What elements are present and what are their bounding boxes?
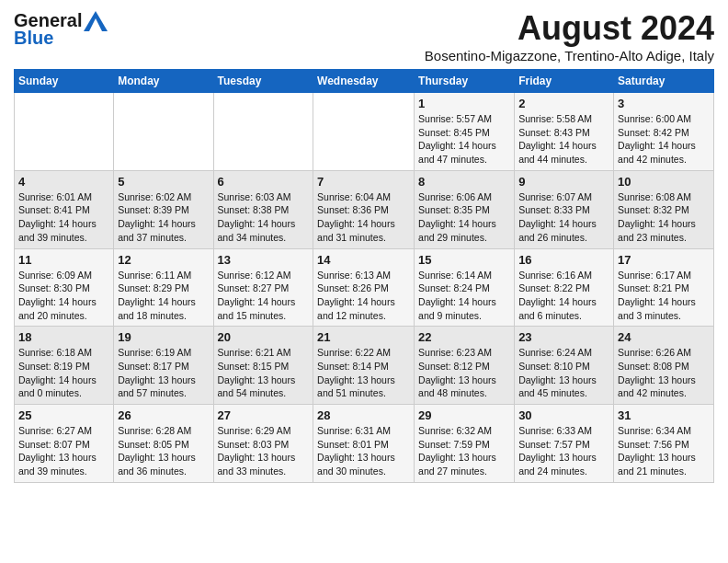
day-info: Sunrise: 6:19 AM Sunset: 8:17 PM Dayligh… (118, 347, 196, 398)
day-number: 1 (418, 97, 510, 110)
col-monday: Monday (114, 70, 213, 93)
day-number: 29 (418, 408, 510, 422)
day-number: 19 (118, 330, 209, 344)
table-row (313, 93, 415, 171)
day-info: Sunrise: 6:14 AM Sunset: 8:24 PM Dayligh… (418, 270, 496, 321)
calendar-week-row: 25Sunrise: 6:27 AM Sunset: 8:07 PM Dayli… (15, 405, 714, 483)
day-info: Sunrise: 6:24 AM Sunset: 8:10 PM Dayligh… (518, 347, 597, 398)
day-info: Sunrise: 5:58 AM Sunset: 8:43 PM Dayligh… (518, 113, 597, 165)
col-friday: Friday (515, 70, 614, 93)
day-number: 12 (118, 253, 209, 267)
table-row: 22Sunrise: 6:23 AM Sunset: 8:12 PM Dayli… (415, 327, 515, 405)
logo: General Blue (14, 9, 108, 49)
day-info: Sunrise: 6:31 AM Sunset: 8:01 PM Dayligh… (317, 425, 395, 477)
table-row: 4Sunrise: 6:01 AM Sunset: 8:41 PM Daylig… (15, 170, 114, 248)
day-number: 25 (18, 408, 109, 422)
day-info: Sunrise: 6:18 AM Sunset: 8:19 PM Dayligh… (18, 347, 97, 398)
day-number: 11 (18, 253, 109, 267)
day-info: Sunrise: 6:16 AM Sunset: 8:22 PM Dayligh… (518, 270, 597, 321)
table-row: 18Sunrise: 6:18 AM Sunset: 8:19 PM Dayli… (15, 327, 114, 405)
day-info: Sunrise: 5:57 AM Sunset: 8:45 PM Dayligh… (418, 113, 496, 165)
day-number: 26 (118, 408, 209, 422)
table-row: 16Sunrise: 6:16 AM Sunset: 8:22 PM Dayli… (515, 248, 614, 327)
table-row: 10Sunrise: 6:08 AM Sunset: 8:32 PM Dayli… (614, 170, 714, 248)
calendar-week-row: 4Sunrise: 6:01 AM Sunset: 8:41 PM Daylig… (15, 170, 714, 248)
day-number: 3 (618, 97, 710, 110)
table-row: 19Sunrise: 6:19 AM Sunset: 8:17 PM Dayli… (114, 327, 213, 405)
day-info: Sunrise: 6:01 AM Sunset: 8:41 PM Dayligh… (18, 191, 97, 243)
logo-blue-text: Blue (14, 28, 53, 49)
day-info: Sunrise: 6:33 AM Sunset: 7:57 PM Dayligh… (518, 425, 597, 477)
table-row: 3Sunrise: 6:00 AM Sunset: 8:42 PM Daylig… (614, 93, 714, 171)
table-row: 26Sunrise: 6:28 AM Sunset: 8:05 PM Dayli… (114, 405, 213, 483)
day-number: 15 (418, 253, 510, 267)
calendar-week-row: 1Sunrise: 5:57 AM Sunset: 8:45 PM Daylig… (15, 93, 714, 171)
day-info: Sunrise: 6:21 AM Sunset: 8:15 PM Dayligh… (218, 347, 296, 398)
day-number: 18 (18, 330, 109, 344)
day-info: Sunrise: 6:23 AM Sunset: 8:12 PM Dayligh… (418, 347, 496, 398)
day-info: Sunrise: 6:03 AM Sunset: 8:38 PM Dayligh… (218, 191, 296, 243)
day-number: 6 (218, 175, 310, 189)
table-row: 29Sunrise: 6:32 AM Sunset: 7:59 PM Dayli… (415, 405, 515, 483)
table-row (114, 93, 213, 171)
day-info: Sunrise: 6:04 AM Sunset: 8:36 PM Dayligh… (317, 191, 395, 243)
table-row: 15Sunrise: 6:14 AM Sunset: 8:24 PM Dayli… (415, 248, 515, 327)
col-tuesday: Tuesday (213, 70, 313, 93)
table-row: 13Sunrise: 6:12 AM Sunset: 8:27 PM Dayli… (213, 248, 313, 327)
day-info: Sunrise: 6:17 AM Sunset: 8:21 PM Dayligh… (618, 270, 696, 321)
table-row: 9Sunrise: 6:07 AM Sunset: 8:33 PM Daylig… (515, 170, 614, 248)
day-number: 23 (518, 330, 609, 344)
day-info: Sunrise: 6:27 AM Sunset: 8:07 PM Dayligh… (18, 425, 97, 477)
day-info: Sunrise: 6:32 AM Sunset: 7:59 PM Dayligh… (418, 425, 496, 477)
day-number: 10 (618, 175, 710, 189)
table-row: 31Sunrise: 6:34 AM Sunset: 7:56 PM Dayli… (614, 405, 714, 483)
table-row (213, 93, 313, 171)
day-number: 9 (518, 175, 609, 189)
table-row: 12Sunrise: 6:11 AM Sunset: 8:29 PM Dayli… (114, 248, 213, 327)
day-number: 27 (218, 408, 310, 422)
table-row: 21Sunrise: 6:22 AM Sunset: 8:14 PM Dayli… (313, 327, 415, 405)
table-row: 7Sunrise: 6:04 AM Sunset: 8:36 PM Daylig… (313, 170, 415, 248)
table-row: 25Sunrise: 6:27 AM Sunset: 8:07 PM Dayli… (15, 405, 114, 483)
table-row: 2Sunrise: 5:58 AM Sunset: 8:43 PM Daylig… (515, 93, 614, 171)
day-number: 16 (518, 253, 609, 267)
calendar-week-row: 18Sunrise: 6:18 AM Sunset: 8:19 PM Dayli… (15, 327, 714, 405)
title-area: August 2024 Bosentino-Migazzone, Trentin… (425, 9, 714, 63)
table-row: 8Sunrise: 6:06 AM Sunset: 8:35 PM Daylig… (415, 170, 515, 248)
calendar-table: Sunday Monday Tuesday Wednesday Thursday… (14, 69, 714, 483)
col-saturday: Saturday (614, 70, 714, 93)
table-row: 23Sunrise: 6:24 AM Sunset: 8:10 PM Dayli… (515, 327, 614, 405)
day-number: 7 (317, 175, 410, 189)
day-info: Sunrise: 6:08 AM Sunset: 8:32 PM Dayligh… (618, 191, 696, 243)
day-info: Sunrise: 6:29 AM Sunset: 8:03 PM Dayligh… (218, 425, 296, 477)
calendar-week-row: 11Sunrise: 6:09 AM Sunset: 8:30 PM Dayli… (15, 248, 714, 327)
day-info: Sunrise: 6:07 AM Sunset: 8:33 PM Dayligh… (518, 191, 597, 243)
table-row (15, 93, 114, 171)
table-row: 24Sunrise: 6:26 AM Sunset: 8:08 PM Dayli… (614, 327, 714, 405)
day-info: Sunrise: 6:13 AM Sunset: 8:26 PM Dayligh… (317, 270, 395, 321)
day-number: 30 (518, 408, 609, 422)
table-row: 27Sunrise: 6:29 AM Sunset: 8:03 PM Dayli… (213, 405, 313, 483)
table-row: 17Sunrise: 6:17 AM Sunset: 8:21 PM Dayli… (614, 248, 714, 327)
location-subtitle: Bosentino-Migazzone, Trentino-Alto Adige… (425, 48, 714, 63)
day-number: 13 (218, 253, 310, 267)
day-info: Sunrise: 6:09 AM Sunset: 8:30 PM Dayligh… (18, 270, 97, 321)
day-number: 31 (618, 408, 710, 422)
table-row: 30Sunrise: 6:33 AM Sunset: 7:57 PM Dayli… (515, 405, 614, 483)
table-row: 5Sunrise: 6:02 AM Sunset: 8:39 PM Daylig… (114, 170, 213, 248)
table-row: 14Sunrise: 6:13 AM Sunset: 8:26 PM Dayli… (313, 248, 415, 327)
day-info: Sunrise: 6:26 AM Sunset: 8:08 PM Dayligh… (618, 347, 696, 398)
day-info: Sunrise: 6:28 AM Sunset: 8:05 PM Dayligh… (118, 425, 196, 477)
calendar-header-row: Sunday Monday Tuesday Wednesday Thursday… (15, 70, 714, 93)
day-number: 14 (317, 253, 410, 267)
day-info: Sunrise: 6:00 AM Sunset: 8:42 PM Dayligh… (618, 113, 696, 165)
day-number: 28 (317, 408, 410, 422)
day-info: Sunrise: 6:02 AM Sunset: 8:39 PM Dayligh… (118, 191, 196, 243)
day-info: Sunrise: 6:12 AM Sunset: 8:27 PM Dayligh… (218, 270, 296, 321)
table-row: 28Sunrise: 6:31 AM Sunset: 8:01 PM Dayli… (313, 405, 415, 483)
day-info: Sunrise: 6:22 AM Sunset: 8:14 PM Dayligh… (317, 347, 395, 398)
day-number: 24 (618, 330, 710, 344)
day-info: Sunrise: 6:11 AM Sunset: 8:29 PM Dayligh… (118, 270, 196, 321)
logo-icon (84, 11, 108, 31)
day-number: 17 (618, 253, 710, 267)
